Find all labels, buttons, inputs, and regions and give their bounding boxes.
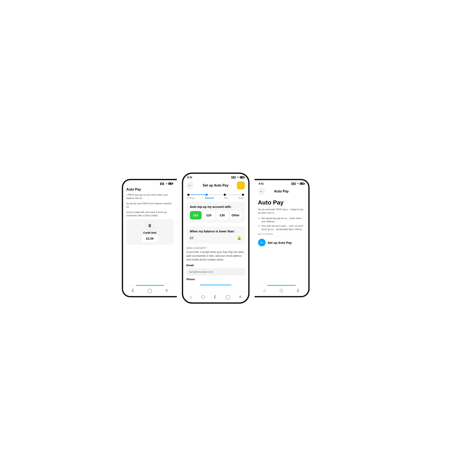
setup-btn-label: Set up Auto Pay [268,241,292,244]
payments-icon-center: £ [214,294,216,299]
nav-usage-center[interactable]: ⬡ [201,294,205,299]
progress-label-amount: Amount [205,197,214,199]
balance-value: £2 [190,236,193,239]
check-text-1: Set repeat top-ups for yo... meter when … [261,217,305,223]
bottom-nav-right: ⌂ ⬡ £ [255,286,308,296]
battery-icon-center [240,176,244,178]
progress-dot-amount [205,194,208,196]
check-text-2: Your auto top-up is paid ... card, so yo… [261,224,305,231]
signal-icon-right: ▌▌▌ [292,183,296,185]
left-text1: c PAYG top-ups so you never when your ba… [126,193,173,200]
amount-card: Auto top-up my account with: £10 £20 £30… [187,202,245,223]
setup-auto-pay-button[interactable]: ∞ Set up Auto Pay [258,238,305,247]
status-bar-center: 9:41 ▌▌▌ ∿ [183,174,248,180]
home-icon-right: ⌂ [263,288,266,293]
status-bar-right: 9:41 ▌▌▌ ∿ [255,180,308,186]
amount-btn-30[interactable]: £30 [217,211,228,220]
usage-icon-center: ⬡ [201,294,205,299]
nav-home-right[interactable]: ⌂ [263,288,266,293]
bottom-nav-center: ⌂ ⬡ £ ◯ ≡ [183,292,248,302]
progress-line-2 [208,195,224,195]
auto-pay-desc: Set up automatic PAYG top-u... forget to… [258,208,305,215]
credit-limit-label: Credit limit [143,231,156,234]
progress-label-done: Done [238,197,244,199]
battery-icon-left [168,183,172,185]
menu-icon-left: ≡ [165,288,168,293]
trash-icon[interactable]: 🗑 [146,222,154,230]
amount-btn-other[interactable]: Other [230,211,241,220]
email-label: Email [187,264,245,267]
progress-dot-energy [187,194,189,196]
left-text3: op-up is paid with your bank ll never go… [126,210,173,217]
signal-icon-left: ▌▌▌ [160,183,165,185]
balance-card-title: When my balance is lower than: [190,230,241,233]
top-nav-right: ← Auto Pay [255,186,308,197]
nav-title-center: Set up Auto Pay [203,184,228,187]
nav-item-payments-left[interactable]: £ [132,288,134,293]
receipt-section: NEED A RECEIPT? If you'd like a receipt … [183,245,248,284]
progress-labels: Energy Amount Pay Done [187,197,244,199]
help-icon-center: ◯ [225,294,230,299]
amount-card-title: Auto top-up my account with: [190,205,241,208]
receipt-label: NEED A RECEIPT? [187,247,245,249]
receipt-desc: If you'd like a receipt when your Auto P… [187,250,245,262]
lightning-icon: ⚡ [238,183,243,188]
phone-center: 9:41 ▌▌▌ ∿ ← Set up Auto Pay ⚡ [182,172,250,304]
phone-label: Phone [187,278,245,281]
right-main-content: Auto Pay Set up automatic PAYG top-u... … [255,197,308,284]
bottom-nav-left: £ ◯ ≡ [123,286,177,296]
status-bar-left: ▌▌▌ ∿ [123,180,177,186]
get-started-label: GET STARTED [258,233,305,235]
usage-icon-right: ⬡ [280,288,283,293]
left-title: Auto Pay [126,187,173,191]
nav-payments-right[interactable]: £ [297,288,299,293]
balance-card: When my balance is lower than: £2 🔒 [187,226,245,244]
credit-limit-card: 🗑 Credit limit £2.00 [126,219,173,245]
lock-icon: 🔒 [237,236,241,240]
status-time-right: 9:41 [259,182,264,185]
progress-line-3 [226,195,242,195]
nav-home-center[interactable]: ⌂ [190,294,192,299]
nav-menu-center[interactable]: ≡ [239,294,241,299]
nav-item-help-left[interactable]: ◯ [147,288,152,293]
lightning-button-center[interactable]: ⚡ [237,181,245,189]
nav-payments-center[interactable]: £ [214,294,216,299]
progress-dot-pay [224,194,226,196]
progress-line-1 [189,195,205,195]
checkmark-1: ✓ [258,217,260,220]
home-icon-center: ⌂ [190,294,192,299]
help-icon-left: ◯ [147,288,152,293]
top-nav-center: ← Set up Auto Pay ⚡ [183,180,248,191]
battery-icon-right [300,183,304,185]
nav-title-right: Auto Pay [274,189,289,193]
progress-label-energy: Energy [187,197,195,199]
bottom-indicator-center [200,285,231,285]
balance-input-row: £2 🔒 [190,236,241,240]
back-button-right[interactable]: ← [258,188,265,195]
signal-icon-center: ▌▌▌ [232,176,236,178]
check-item-1: ✓ Set repeat top-ups for yo... meter whe… [258,217,305,223]
amount-btn-20[interactable]: £20 [203,211,215,220]
wifi-icon-right: ∿ [297,182,299,185]
nav-item-menu-left[interactable]: ≡ [165,288,168,293]
amount-options: £10 £20 £30 Other [190,211,241,220]
checkmark-2: ✓ [258,224,260,228]
email-input[interactable] [187,268,245,275]
credit-limit-value: £2.00 [142,235,158,242]
progress-bar: Energy Amount Pay Done [183,191,248,200]
progress-dot-done [242,194,244,196]
back-button-center[interactable]: ← [187,182,194,189]
payments-icon-left: £ [132,288,134,293]
phone-left: ▌▌▌ ∿ Auto Pay c PAYG top-ups so you nev… [122,179,177,297]
progress-label-pay: Pay [224,197,228,199]
nav-help-center[interactable]: ◯ [225,294,230,299]
payments-icon-right: £ [297,288,299,293]
infinity-icon: ∞ [258,239,266,246]
amount-btn-10[interactable]: £10 [190,211,202,220]
wifi-icon-center: ∿ [237,176,239,179]
wifi-icon-left: ∿ [166,182,168,185]
left-main-content: Auto Pay c PAYG top-ups so you never whe… [123,186,177,285]
check-item-2: ✓ Your auto top-up is paid ... card, so … [258,224,305,231]
nav-usage-right[interactable]: ⬡ [280,288,283,293]
left-text2: op-ups for your PAYG your balance reache… [126,202,173,209]
